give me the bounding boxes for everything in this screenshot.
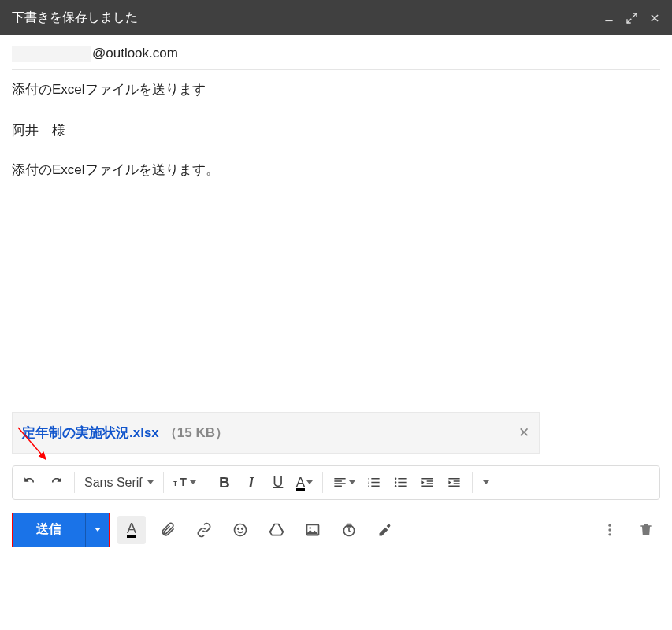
expand-icon[interactable] [626,12,638,24]
attachment-size: （15 KB） [164,424,228,442]
body-line-1: 阿井 様 [12,118,660,143]
send-button-group: 送信 [12,513,110,547]
svg-point-13 [309,527,311,529]
svg-point-6 [395,478,396,480]
more-options-icon[interactable] [596,516,624,544]
insert-emoji-icon[interactable] [226,516,254,544]
font-family-label: Sans Serif [84,476,143,490]
attach-file-icon[interactable] [154,516,182,544]
indent-decrease-button[interactable] [414,469,440,496]
insert-link-icon[interactable] [190,516,218,544]
svg-text:T: T [180,476,187,488]
window-title: 下書きを保存しました [12,9,138,26]
subject-field[interactable]: 添付のExcelファイルを送ります [12,70,660,106]
message-body[interactable]: 阿井 様 添付のExcelファイルを送ります。 [0,106,672,406]
svg-text:т: т [173,479,177,487]
confidential-mode-icon[interactable] [335,516,363,544]
italic-button[interactable]: I [238,469,265,496]
font-size-select[interactable]: тT [169,469,201,496]
send-button[interactable]: 送信 [13,513,85,547]
svg-point-8 [395,485,396,487]
insert-signature-icon[interactable] [371,516,399,544]
action-row: 送信 A [0,500,672,547]
insert-image-icon[interactable] [299,516,327,544]
window-titlebar: 下書きを保存しました [0,0,672,35]
send-more-button[interactable] [85,513,109,547]
svg-point-18 [608,533,611,536]
body-line-2: 添付のExcelファイルを送ります。 [12,158,660,183]
font-family-select[interactable]: Sans Serif [80,469,158,496]
align-button[interactable] [328,469,360,496]
svg-point-17 [608,528,611,531]
remove-attachment-icon[interactable]: ✕ [518,424,529,441]
attachment-chip[interactable]: 定年制の実施状況.xlsx （15 KB） ✕ [12,412,540,454]
format-toggle-button[interactable]: A [117,516,146,544]
svg-point-9 [235,524,247,536]
recipient-domain: @outlook.com [92,46,178,61]
redo-icon[interactable] [43,469,69,496]
underline-button[interactable]: U [265,469,291,496]
toolbar-more-icon[interactable] [477,469,490,496]
to-field[interactable]: @outlook.com [12,35,660,70]
format-toolbar: Sans Serif тT B I U A [12,465,660,500]
svg-point-10 [238,528,239,529]
svg-point-11 [242,528,243,529]
bold-button[interactable]: B [211,469,238,496]
attachment-filename: 定年制の実施状況.xlsx [22,424,159,442]
svg-point-7 [395,481,396,483]
text-color-button[interactable]: A [291,469,317,496]
discard-draft-icon[interactable] [632,516,660,544]
svg-point-16 [608,524,611,526]
redacted-recipient [12,46,91,62]
indent-increase-button[interactable] [440,469,467,496]
subject-text: 添付のExcelファイルを送ります [12,82,206,97]
numbered-list-button[interactable] [360,469,387,496]
close-icon[interactable] [649,13,660,24]
undo-icon[interactable] [16,469,43,496]
text-cursor [221,162,221,178]
minimize-icon[interactable] [603,13,614,24]
insert-drive-icon[interactable] [262,516,291,544]
bulleted-list-button[interactable] [387,469,414,496]
